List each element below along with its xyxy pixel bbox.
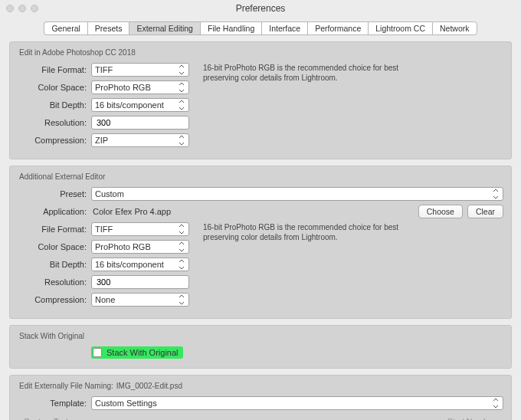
tab-presets[interactable]: Presets <box>87 21 129 35</box>
select-preset[interactable]: Custom <box>91 187 503 201</box>
select-compression[interactable]: ZIP <box>91 133 189 147</box>
chevron-updown-icon <box>178 223 187 235</box>
select-fileformat2[interactable]: TIFF <box>91 222 189 236</box>
section3-title: Stack With Original <box>19 332 503 340</box>
hint-photoshop: 16-bit ProPhoto RGB is the recommended c… <box>203 63 425 83</box>
checkbox-stack-with-original[interactable]: Stack With Original <box>91 346 183 359</box>
tab-lightroom-cc[interactable]: Lightroom CC <box>368 21 432 35</box>
label-fileformat: File Format: <box>18 65 91 74</box>
chevron-updown-icon <box>178 241 187 253</box>
label-compression2: Compression: <box>18 295 91 304</box>
chevron-updown-icon <box>178 81 187 94</box>
chevron-updown-icon <box>178 64 187 76</box>
chevron-updown-icon <box>492 397 501 409</box>
tab-external-editing[interactable]: External Editing <box>129 21 200 35</box>
label-colorspace: Color Space: <box>18 83 91 92</box>
select-bitdepth2[interactable]: 16 bits/component <box>91 258 189 271</box>
select-template[interactable]: Custom Settings <box>91 396 503 410</box>
section4-title: Edit Externally File Naming: IMG_0002-Ed… <box>19 382 503 390</box>
tab-performance[interactable]: Performance <box>307 21 368 35</box>
label-compression: Compression: <box>18 136 91 145</box>
window-title: Preferences <box>0 3 521 14</box>
choose-button[interactable]: Choose <box>418 205 463 218</box>
label-preset: Preset: <box>18 189 91 199</box>
panel-file-naming: Edit Externally File Naming: IMG_0002-Ed… <box>9 375 512 420</box>
tab-network[interactable]: Network <box>432 21 477 35</box>
label-resolution2: Resolution: <box>18 277 91 287</box>
label-application: Application: <box>18 207 91 216</box>
label-start-number: Start Number: <box>447 417 497 420</box>
input-resolution2[interactable] <box>91 275 189 289</box>
panel-edit-in-photoshop: Edit in Adobe Photoshop CC 2018 File For… <box>9 41 512 159</box>
select-fileformat[interactable]: TIFF <box>91 63 189 77</box>
select-colorspace2[interactable]: ProPhoto RGB <box>91 240 189 254</box>
chevron-updown-icon <box>178 99 187 111</box>
label-colorspace2: Color Space: <box>18 242 91 251</box>
chevron-updown-icon <box>492 188 501 200</box>
label-fileformat2: File Format: <box>18 225 91 234</box>
section1-title: Edit in Adobe Photoshop CC 2018 <box>19 48 503 57</box>
checkbox-icon <box>93 348 102 357</box>
chevron-updown-icon <box>178 258 187 271</box>
select-compression2[interactable]: None <box>91 293 189 307</box>
preferences-tabs: General Presets External Editing File Ha… <box>0 21 521 35</box>
chevron-updown-icon <box>178 134 187 146</box>
hint-additional: 16-bit ProPhoto RGB is the recommended c… <box>203 222 425 242</box>
clear-button[interactable]: Clear <box>467 205 503 218</box>
titlebar: Preferences <box>0 0 521 17</box>
label-template: Template: <box>18 399 91 408</box>
chevron-updown-icon <box>178 294 187 306</box>
section2-title: Additional External Editor <box>19 172 503 181</box>
label-resolution: Resolution: <box>18 118 91 127</box>
label-custom-text: Custom Text: <box>24 417 70 420</box>
select-colorspace[interactable]: ProPhoto RGB <box>91 80 189 94</box>
panel-stack-with-original: Stack With Original Stack With Original <box>9 325 512 369</box>
label-bitdepth: Bit Depth: <box>18 100 91 110</box>
file-naming-footer: Custom Text: Start Number: <box>18 414 503 420</box>
select-bitdepth[interactable]: 16 bits/component <box>91 98 189 112</box>
tab-file-handling[interactable]: File Handling <box>200 21 261 35</box>
tab-interface[interactable]: Interface <box>261 21 307 35</box>
tab-general[interactable]: General <box>44 21 87 35</box>
input-resolution[interactable] <box>91 116 189 130</box>
value-application: Color Efex Pro 4.app <box>91 207 171 216</box>
checkbox-label: Stack With Original <box>106 348 179 357</box>
label-bitdepth2: Bit Depth: <box>18 260 91 269</box>
panel-additional-editor: Additional External Editor Preset: Custo… <box>9 166 512 319</box>
